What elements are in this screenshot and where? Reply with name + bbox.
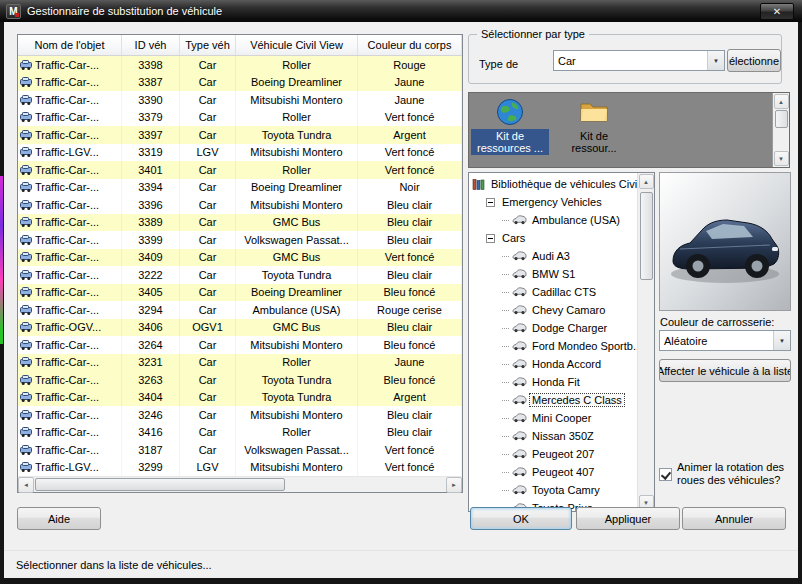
cell-civil-view-vehicle: Mitsubishi Montero xyxy=(236,196,358,214)
tree-item[interactable]: Peugeot 207 xyxy=(469,445,637,463)
chevron-down-icon[interactable]: ▼ xyxy=(707,51,724,70)
select-by-type-button[interactable]: électionne xyxy=(727,49,781,72)
cell-object-name: Traffic-LGV... xyxy=(18,144,122,162)
animate-wheels-checkbox[interactable] xyxy=(659,468,672,481)
column-header[interactable]: Type véh xyxy=(180,35,236,55)
table-row[interactable]: Traffic-Car-...3409CarGMC BusVert foncé xyxy=(18,249,462,267)
vehicle-type-select[interactable]: Car ▼ xyxy=(553,50,725,71)
tree-item[interactable]: Mercedes C Class xyxy=(469,391,637,409)
scroll-left-button[interactable]: ◄ xyxy=(18,477,34,493)
tree-root[interactable]: Bibliothèque de véhicules Civil View xyxy=(469,175,637,193)
table-row[interactable]: Traffic-Car-...3379CarRollerVert foncé xyxy=(18,109,462,127)
table-row[interactable]: Traffic-Car-...3397CarToyota TundraArgen… xyxy=(18,126,462,144)
tree-item[interactable]: Mini Cooper xyxy=(469,409,637,427)
tree-item[interactable]: Peugeot 407 xyxy=(469,463,637,481)
cancel-button[interactable]: Annuler xyxy=(682,507,786,530)
table-row[interactable]: Traffic-Car-...3399CarVolkswagen Passat.… xyxy=(18,231,462,249)
tree-item[interactable]: Chevy Camaro xyxy=(469,301,637,319)
table-row[interactable]: Traffic-Car-...3394CarBoeing DreamlinerN… xyxy=(18,179,462,197)
tree-item[interactable]: Nissan 350Z xyxy=(469,427,637,445)
table-row[interactable]: Traffic-Car-...3187CarVolkswagen Passat.… xyxy=(18,441,462,459)
car-icon xyxy=(512,269,527,279)
cell-vehicle-type: Car xyxy=(180,91,236,109)
body-color-select[interactable]: Aléatoire ▼ xyxy=(659,330,791,351)
tree-item[interactable]: Dodge Charger xyxy=(469,319,637,337)
table-row[interactable]: Traffic-Car-...3398CarRollerRouge xyxy=(18,56,462,74)
cell-vehicle-id: 3319 xyxy=(122,144,180,162)
table-row[interactable]: Traffic-Car-...3396CarMitsubishi Montero… xyxy=(18,196,462,214)
library-icon xyxy=(472,178,486,191)
cell-vehicle-id: 3409 xyxy=(122,249,180,267)
table-row[interactable]: Traffic-Car-...3390CarMitsubishi Montero… xyxy=(18,91,462,109)
h-scrollbar[interactable]: ◄ ► xyxy=(18,476,462,492)
tree-item[interactable]: BMW S1 xyxy=(469,265,637,283)
ok-button[interactable]: OK xyxy=(470,507,572,530)
tree-v-scrollbar[interactable]: ▲ ▼ xyxy=(637,173,654,511)
close-button[interactable]: ✕ xyxy=(760,3,794,20)
table-row[interactable]: Traffic-Car-...3246CarMitsubishi Montero… xyxy=(18,406,462,424)
car-icon xyxy=(512,449,527,459)
chevron-down-icon[interactable]: ▼ xyxy=(773,331,790,350)
apply-button[interactable]: Appliquer xyxy=(576,507,680,530)
tree-group[interactable]: Emergency Vehicles xyxy=(469,193,637,211)
column-header[interactable]: Couleur du corps xyxy=(358,35,462,55)
tree-item[interactable]: Honda Fit xyxy=(469,373,637,391)
tree-scroll-thumb[interactable] xyxy=(640,192,653,280)
column-header[interactable]: Véhicule Civil View xyxy=(236,35,358,55)
cell-vehicle-type: Car xyxy=(180,126,236,144)
h-scroll-thumb[interactable] xyxy=(35,478,285,491)
table-row[interactable]: Traffic-Car-...3416CarRollerBleu clair xyxy=(18,424,462,442)
table-row[interactable]: Traffic-Car-...3222CarToyota TundraBleu … xyxy=(18,266,462,284)
cell-vehicle-id: 3405 xyxy=(122,284,180,302)
vehicle-object-icon xyxy=(20,181,32,193)
cell-body-color: Bleu clair xyxy=(358,424,462,442)
tree-item[interactable]: Cadillac CTS xyxy=(469,283,637,301)
scroll-right-button[interactable]: ► xyxy=(446,477,462,493)
vehicle-object-icon xyxy=(20,199,32,211)
table-row[interactable]: Traffic-Car-...3387CarBoeing DreamlinerJ… xyxy=(18,74,462,92)
scroll-up-button[interactable]: ▲ xyxy=(639,174,654,189)
tree-connector xyxy=(502,382,510,383)
table-row[interactable]: Traffic-Car-...3405CarBoeing DreamlinerB… xyxy=(18,284,462,302)
scroll-down-button[interactable]: ▼ xyxy=(774,151,789,166)
collapse-icon[interactable] xyxy=(486,234,495,243)
table-row[interactable]: Traffic-Car-...3401CarRollerVert foncé xyxy=(18,161,462,179)
dialog-body: Nom de l'objetID véhType véhVéhicule Civ… xyxy=(4,22,798,578)
assign-vehicle-button[interactable]: Affecter le véhicule à la liste xyxy=(659,359,791,382)
table-row[interactable]: Traffic-OGV...3406OGV1GMC BusBleu clair xyxy=(18,319,462,337)
table-row[interactable]: Traffic-LGV...3299LGVMitsubishi MonteroV… xyxy=(18,459,462,477)
table-row[interactable]: Traffic-Car-...3264CarMitsubishi Montero… xyxy=(18,336,462,354)
cell-body-color: Bleu clair xyxy=(358,196,462,214)
cell-civil-view-vehicle: Mitsubishi Montero xyxy=(236,144,358,162)
resource-kit-item[interactable]: Kit de ressources ... xyxy=(471,96,549,164)
cell-body-color: Noir xyxy=(358,179,462,197)
column-header[interactable]: ID véh xyxy=(122,35,180,55)
kit-scroll-thumb[interactable] xyxy=(775,110,788,128)
table-row[interactable]: Traffic-Car-...3263CarToyota TundraBleu … xyxy=(18,371,462,389)
collapse-icon[interactable] xyxy=(486,198,495,207)
kit-v-scrollbar[interactable]: ▲ ▼ xyxy=(772,93,789,167)
app-icon: M xyxy=(6,4,21,19)
table-row[interactable]: Traffic-Car-...3231CarRollerJaune xyxy=(18,354,462,372)
tree-item[interactable]: Honda Accord xyxy=(469,355,637,373)
tree-item[interactable]: Audi A3 xyxy=(469,247,637,265)
tree-item[interactable]: Ford Mondeo Sportb... xyxy=(469,337,637,355)
scroll-up-button[interactable]: ▲ xyxy=(774,94,789,109)
cell-body-color: Rouge xyxy=(358,56,462,74)
resource-kit-item[interactable]: Kit de ressour... xyxy=(555,96,633,164)
table-row[interactable]: Traffic-LGV...3319LGVMitsubishi MonteroV… xyxy=(18,144,462,162)
tree-item[interactable]: Toyota Camry xyxy=(469,481,637,499)
table-row[interactable]: Traffic-Car-...3389CarGMC BusBleu clair xyxy=(18,214,462,232)
help-button[interactable]: Aide xyxy=(17,507,101,530)
vehicle-object-icon xyxy=(20,409,32,421)
table-row[interactable]: Traffic-Car-...3294CarAmbulance (USA)Rou… xyxy=(18,301,462,319)
tree-item[interactable]: Ambulance (USA) xyxy=(469,211,637,229)
titlebar[interactable]: M Gestionnaire de substitution de véhicu… xyxy=(0,0,802,22)
cell-vehicle-id: 3399 xyxy=(122,231,180,249)
tree-group[interactable]: Cars xyxy=(469,229,637,247)
car-icon xyxy=(512,431,527,441)
cell-civil-view-vehicle: Boeing Dreamliner xyxy=(236,179,358,197)
table-row[interactable]: Traffic-Car-...3404CarToyota TundraArgen… xyxy=(18,389,462,407)
cell-object-name: Traffic-Car-... xyxy=(18,214,122,232)
column-header[interactable]: Nom de l'objet xyxy=(18,35,122,55)
